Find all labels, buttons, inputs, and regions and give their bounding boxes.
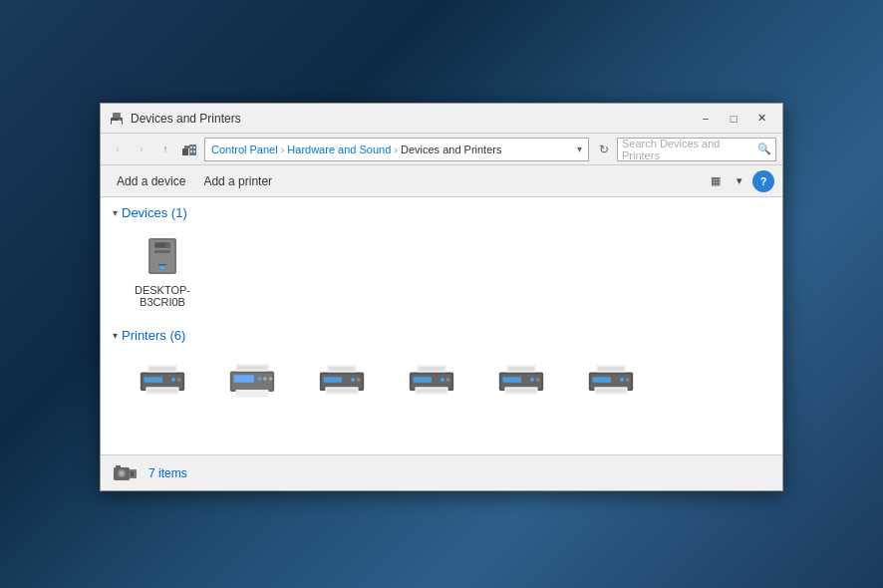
window-icon	[109, 111, 125, 127]
printer-icon-2	[318, 355, 366, 403]
printer-item-0[interactable]	[123, 351, 202, 411]
svg-point-52	[441, 378, 444, 382]
status-bar: 7 items	[101, 454, 782, 490]
svg-rect-48	[417, 389, 446, 393]
svg-point-71	[626, 378, 630, 382]
device-computer-label: DESKTOP-B3CRI0B	[127, 284, 198, 308]
maximize-button[interactable]: □	[721, 110, 746, 128]
view-dropdown-button[interactable]: ▾	[729, 170, 750, 192]
svg-rect-21	[147, 389, 177, 393]
refresh-button[interactable]: ↻	[593, 139, 615, 160]
svg-rect-17	[158, 264, 166, 266]
svg-point-44	[357, 378, 361, 382]
computer-icon	[139, 232, 186, 280]
breadcrumb: Control Panel › Hardware and Sound › Dev…	[204, 138, 589, 161]
svg-point-25	[171, 378, 175, 382]
breadcrumb-sep2: ›	[394, 144, 398, 155]
printer-item-5[interactable]	[571, 351, 651, 411]
svg-point-35	[269, 377, 273, 381]
add-printer-button[interactable]: Add a printer	[195, 169, 280, 193]
help-button[interactable]: ?	[752, 170, 774, 192]
svg-rect-32	[234, 375, 254, 382]
status-icon	[111, 459, 139, 487]
location-icon	[178, 139, 200, 160]
back-button[interactable]: ‹	[107, 139, 129, 160]
svg-point-43	[351, 378, 355, 382]
svg-rect-4	[182, 148, 188, 155]
svg-rect-23	[149, 367, 175, 371]
printer-icon-0	[139, 355, 186, 403]
devices-section-label: Devices (1)	[122, 205, 187, 220]
window-controls: − □ ✕	[693, 110, 774, 128]
svg-rect-60	[503, 377, 521, 383]
svg-rect-57	[506, 389, 536, 393]
devices-and-printers-window: Devices and Printers − □ ✕ ‹ › ↑ Control…	[100, 103, 783, 491]
printers-section-header[interactable]: ▾ Printers (6)	[113, 328, 770, 343]
breadcrumb-dropdown-icon[interactable]: ▾	[577, 144, 582, 154]
search-box: Search Devices and Printers 🔍	[617, 138, 776, 161]
svg-point-33	[258, 377, 262, 381]
toolbar: Add a device Add a printer ▦ ▾ ?	[101, 165, 782, 197]
svg-rect-5	[184, 146, 189, 148]
svg-rect-24	[145, 377, 162, 383]
device-computer[interactable]: DESKTOP-B3CRI0B	[123, 228, 202, 312]
printers-section-label: Printers (6)	[122, 328, 185, 343]
devices-chevron: ▾	[113, 207, 118, 218]
svg-rect-59	[508, 367, 534, 371]
close-button[interactable]: ✕	[748, 110, 774, 128]
forward-button[interactable]: ›	[131, 139, 152, 160]
svg-rect-69	[593, 377, 611, 383]
svg-point-34	[263, 377, 267, 381]
svg-rect-31	[235, 390, 268, 397]
svg-rect-77	[131, 471, 134, 476]
search-icon[interactable]: 🔍	[757, 143, 771, 155]
svg-rect-1	[113, 113, 121, 118]
status-count: 7 items	[148, 466, 187, 480]
window-title: Devices and Printers	[131, 112, 693, 126]
svg-rect-7	[190, 147, 192, 148]
printer-icon-3	[408, 355, 455, 403]
svg-rect-2	[112, 121, 122, 125]
breadcrumb-control-panel[interactable]: Control Panel	[211, 144, 278, 155]
svg-point-53	[446, 378, 450, 382]
svg-rect-50	[419, 367, 444, 371]
nav-bar: ‹ › ↑ Control Panel › Hardware and Sound…	[101, 134, 782, 165]
svg-rect-14	[155, 243, 165, 247]
title-bar: Devices and Printers − □ ✕	[101, 104, 782, 134]
up-button[interactable]: ↑	[154, 139, 176, 160]
svg-rect-9	[190, 150, 192, 152]
printer-item-2[interactable]	[302, 351, 382, 411]
svg-rect-51	[414, 377, 432, 383]
svg-rect-41	[329, 367, 355, 371]
printer-icon-1	[228, 355, 276, 403]
breadcrumb-hardware[interactable]: Hardware and Sound	[287, 144, 391, 155]
svg-rect-15	[154, 250, 170, 253]
devices-section-header[interactable]: ▾ Devices (1)	[113, 205, 770, 220]
svg-rect-39	[327, 389, 357, 393]
svg-rect-30	[237, 366, 267, 370]
search-placeholder: Search Devices and Printers	[622, 138, 757, 161]
svg-rect-75	[116, 465, 121, 468]
printers-chevron: ▾	[113, 330, 118, 341]
svg-point-61	[530, 378, 534, 382]
toolbar-right: ▦ ▾ ?	[705, 170, 774, 192]
minimize-button[interactable]: −	[693, 110, 719, 128]
svg-rect-8	[193, 147, 195, 148]
breadcrumb-current: Devices and Printers	[401, 144, 502, 155]
printer-icon-5	[587, 355, 635, 403]
content-area: ▾ Devices (1)	[101, 197, 782, 454]
svg-rect-6	[189, 145, 196, 155]
svg-rect-10	[193, 150, 195, 152]
add-device-button[interactable]: Add a device	[109, 169, 193, 193]
svg-point-74	[120, 470, 125, 475]
printer-item-3[interactable]	[392, 351, 471, 411]
svg-rect-42	[324, 377, 342, 383]
printers-grid	[123, 351, 770, 411]
svg-rect-68	[598, 367, 624, 371]
breadcrumb-sep1: ›	[281, 144, 285, 155]
printer-item-1[interactable]	[212, 351, 292, 411]
view-toggle-button[interactable]: ▦	[705, 170, 727, 192]
printer-item-4[interactable]	[481, 351, 561, 411]
devices-grid: DESKTOP-B3CRI0B	[123, 228, 770, 312]
svg-point-62	[536, 378, 540, 382]
